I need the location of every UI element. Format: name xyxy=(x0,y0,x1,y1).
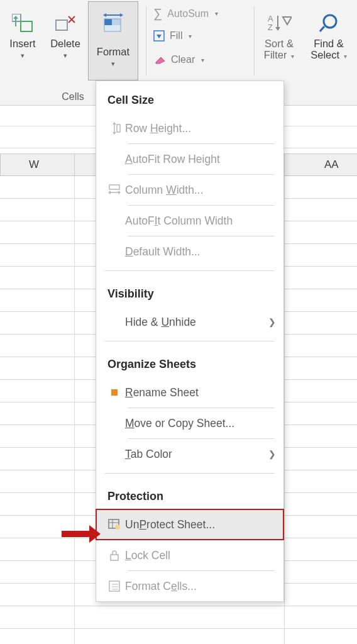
menu-label: Format Cells... xyxy=(125,580,276,593)
section-cell-size: Cell Size xyxy=(96,81,283,113)
delete-button[interactable]: Delete ▾ xyxy=(47,9,84,60)
delete-label: Delete xyxy=(47,38,84,49)
sort-filter-label-1: Sort & xyxy=(260,38,298,49)
svg-marker-9 xyxy=(120,13,123,17)
section-organize: Organize Sheets xyxy=(96,345,283,377)
column-header[interactable]: W xyxy=(29,158,39,171)
chevron-right-icon: ❯ xyxy=(268,449,276,459)
menu-label: UnProtect Sheet... xyxy=(125,518,276,531)
chevron-down-icon: ▾ xyxy=(89,60,138,68)
chevron-down-icon: ▾ xyxy=(189,33,192,40)
menu-label: Column Width... xyxy=(125,184,276,197)
svg-marker-30 xyxy=(108,191,111,194)
menu-column-width: Column Width... xyxy=(96,175,283,205)
section-visibility: Visibility xyxy=(96,275,283,307)
chevron-down-icon: ▾ xyxy=(47,52,84,60)
svg-rect-12 xyxy=(104,25,121,31)
divider xyxy=(146,6,146,75)
menu-hide-unhide[interactable]: Hide & Unhide ❯ xyxy=(96,307,283,337)
svg-rect-10 xyxy=(104,19,112,25)
format-cells-icon xyxy=(89,9,138,38)
menu-unprotect-sheet[interactable]: UnProtect Sheet... xyxy=(96,509,283,540)
sort-filter-label-2: Filter xyxy=(264,49,287,60)
svg-rect-27 xyxy=(117,125,120,132)
menu-rename-sheet[interactable]: Rename Sheet xyxy=(96,377,283,408)
format-menu: Cell Size Row Height... AutoFit Row Heig… xyxy=(96,80,284,602)
row-height-icon xyxy=(104,121,125,135)
delete-cells-icon xyxy=(47,9,84,38)
find-select-label-2: Select xyxy=(310,49,339,60)
format-cells-dialog-icon xyxy=(104,580,125,592)
svg-point-22 xyxy=(324,15,336,28)
menu-autofit-column: AutoFIt Column Width xyxy=(96,206,283,236)
svg-text:A: A xyxy=(268,14,273,23)
menu-tab-color[interactable]: Tab Color ❯ xyxy=(96,439,283,469)
rename-icon xyxy=(104,389,125,396)
fill-label: Fill xyxy=(170,30,182,42)
menu-label: Row Height... xyxy=(125,122,276,135)
menu-label: Hide & Unhide xyxy=(125,316,268,329)
eraser-icon xyxy=(153,55,166,65)
sheet-protect-icon xyxy=(104,518,125,531)
svg-rect-1 xyxy=(21,21,32,31)
lock-icon xyxy=(104,549,125,562)
fill-down-icon xyxy=(153,30,165,42)
menu-label: Rename Sheet xyxy=(125,386,276,399)
chevron-down-icon: ▾ xyxy=(201,57,204,64)
format-label: Format xyxy=(89,46,138,57)
svg-rect-36 xyxy=(111,555,118,560)
chevron-right-icon: ❯ xyxy=(268,317,276,327)
chevron-down-icon: ▾ xyxy=(215,10,218,17)
svg-marker-3 xyxy=(13,16,18,19)
svg-text:Z: Z xyxy=(268,23,273,32)
menu-label: AutoFit Row Height xyxy=(125,153,276,166)
menu-move-copy-sheet[interactable]: Move or Copy Sheet... xyxy=(96,408,283,438)
svg-marker-21 xyxy=(283,17,292,25)
menu-autofit-row: AutoFit Row Height xyxy=(96,144,283,174)
column-width-icon xyxy=(104,184,125,196)
menu-label: Tab Color xyxy=(125,448,268,461)
autosum-label: AutoSum xyxy=(167,8,209,19)
menu-label: Move or Copy Sheet... xyxy=(125,417,276,430)
svg-rect-4 xyxy=(56,20,67,30)
svg-marker-8 xyxy=(103,13,106,17)
sigma-icon: ∑ xyxy=(153,6,162,21)
menu-lock-cell: Lock Cell xyxy=(96,540,283,570)
menu-default-width: Default Width... xyxy=(96,236,283,267)
insert-cells-icon xyxy=(5,9,40,38)
divider xyxy=(254,6,255,75)
svg-rect-37 xyxy=(109,581,119,591)
autosum-button[interactable]: ∑ AutoSum ▾ xyxy=(153,6,218,21)
format-button[interactable]: Format ▾ xyxy=(88,1,138,80)
search-icon xyxy=(305,9,352,38)
svg-marker-20 xyxy=(275,27,280,31)
menu-label: Default Width... xyxy=(125,245,276,258)
annotation-arrow xyxy=(62,531,89,537)
svg-rect-11 xyxy=(112,19,121,25)
clear-label: Clear xyxy=(171,54,195,65)
find-select-button[interactable]: Find & Select ▾ xyxy=(305,9,352,60)
svg-marker-25 xyxy=(113,122,116,125)
sort-filter-button[interactable]: AZ Sort & Filter ▾ xyxy=(260,9,298,60)
svg-marker-16 xyxy=(156,57,165,64)
menu-label: Lock Cell xyxy=(125,549,276,562)
svg-marker-15 xyxy=(157,35,162,38)
insert-label: Insert xyxy=(5,38,40,49)
section-protection: Protection xyxy=(96,477,283,509)
fill-button[interactable]: Fill ▾ xyxy=(153,30,192,42)
svg-marker-26 xyxy=(113,132,116,135)
chevron-down-icon: ▾ xyxy=(5,52,40,60)
svg-point-35 xyxy=(115,525,120,530)
menu-format-cells: Format Cells... xyxy=(96,571,283,601)
find-select-label-1: Find & xyxy=(305,38,352,49)
menu-label: AutoFIt Column Width xyxy=(125,214,276,228)
column-header[interactable]: AA xyxy=(324,158,339,171)
sort-filter-icon: AZ xyxy=(260,9,298,38)
chevron-down-icon: ▾ xyxy=(291,53,294,60)
clear-button[interactable]: Clear ▾ xyxy=(153,54,204,65)
chevron-down-icon: ▾ xyxy=(344,53,347,60)
insert-button[interactable]: Insert ▾ xyxy=(5,9,40,60)
svg-marker-31 xyxy=(118,191,121,194)
svg-line-23 xyxy=(320,26,324,31)
menu-row-height: Row Height... xyxy=(96,113,283,143)
